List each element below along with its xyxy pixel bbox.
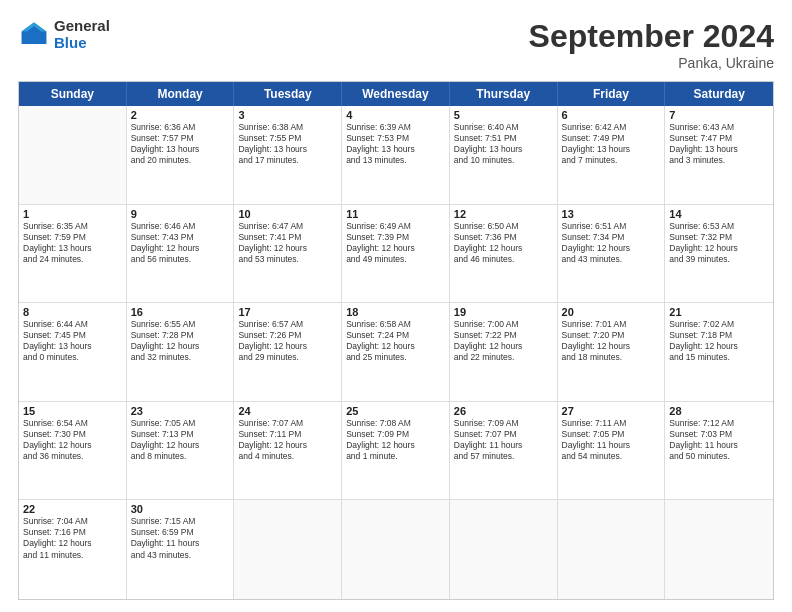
- header-sunday: Sunday: [19, 82, 127, 106]
- cell-info-line: Sunset: 7:20 PM: [562, 330, 661, 341]
- location-subtitle: Panka, Ukraine: [529, 55, 774, 71]
- cell-info-line: Sunrise: 7:15 AM: [131, 516, 230, 527]
- cell-info-line: and 50 minutes.: [669, 451, 769, 462]
- cell-info-line: Daylight: 12 hours: [454, 341, 553, 352]
- day-number: 22: [23, 503, 122, 515]
- cell-info-line: Sunrise: 6:58 AM: [346, 319, 445, 330]
- cell-info-line: Sunrise: 6:54 AM: [23, 418, 122, 429]
- day-number: 4: [346, 109, 445, 121]
- cell-info-line: Sunset: 7:13 PM: [131, 429, 230, 440]
- cell-info-line: and 15 minutes.: [669, 352, 769, 363]
- day-number: 19: [454, 306, 553, 318]
- day-number: 17: [238, 306, 337, 318]
- cell-info-line: Sunrise: 7:09 AM: [454, 418, 553, 429]
- calendar-header: Sunday Monday Tuesday Wednesday Thursday…: [19, 82, 773, 106]
- calendar-cell: 4Sunrise: 6:39 AMSunset: 7:53 PMDaylight…: [342, 106, 450, 204]
- calendar-cell: 22Sunrise: 7:04 AMSunset: 7:16 PMDayligh…: [19, 500, 127, 599]
- day-number: 30: [131, 503, 230, 515]
- cell-info-line: Sunset: 7:47 PM: [669, 133, 769, 144]
- cell-info-line: Sunrise: 6:51 AM: [562, 221, 661, 232]
- cell-info-line: Sunset: 7:24 PM: [346, 330, 445, 341]
- cell-info-line: Sunrise: 7:11 AM: [562, 418, 661, 429]
- cell-info-line: Sunrise: 6:42 AM: [562, 122, 661, 133]
- header-thursday: Thursday: [450, 82, 558, 106]
- day-number: 11: [346, 208, 445, 220]
- cell-info-line: Sunset: 7:43 PM: [131, 232, 230, 243]
- calendar-cell: 2Sunrise: 6:36 AMSunset: 7:57 PMDaylight…: [127, 106, 235, 204]
- cell-info-line: Daylight: 11 hours: [562, 440, 661, 451]
- cell-info-line: Sunrise: 7:01 AM: [562, 319, 661, 330]
- day-number: 3: [238, 109, 337, 121]
- cell-info-line: Sunset: 7:26 PM: [238, 330, 337, 341]
- day-number: 5: [454, 109, 553, 121]
- calendar-body: 2Sunrise: 6:36 AMSunset: 7:57 PMDaylight…: [19, 106, 773, 599]
- cell-info-line: Sunrise: 6:43 AM: [669, 122, 769, 133]
- cell-info-line: Sunset: 7:59 PM: [23, 232, 122, 243]
- cell-info-line: and 43 minutes.: [131, 550, 230, 561]
- cell-info-line: Daylight: 12 hours: [23, 440, 122, 451]
- calendar-cell: 21Sunrise: 7:02 AMSunset: 7:18 PMDayligh…: [665, 303, 773, 401]
- cell-info-line: Daylight: 12 hours: [238, 440, 337, 451]
- logo: General Blue: [18, 18, 110, 51]
- cell-info-line: Sunset: 6:59 PM: [131, 527, 230, 538]
- calendar-cell: 13Sunrise: 6:51 AMSunset: 7:34 PMDayligh…: [558, 205, 666, 303]
- cell-info-line: Daylight: 12 hours: [346, 341, 445, 352]
- header-wednesday: Wednesday: [342, 82, 450, 106]
- day-number: 28: [669, 405, 769, 417]
- cell-info-line: Daylight: 12 hours: [131, 243, 230, 254]
- cell-info-line: and 36 minutes.: [23, 451, 122, 462]
- cell-info-line: and 11 minutes.: [23, 550, 122, 561]
- cell-info-line: Sunrise: 6:57 AM: [238, 319, 337, 330]
- cell-info-line: Sunrise: 6:46 AM: [131, 221, 230, 232]
- cell-info-line: Daylight: 12 hours: [346, 440, 445, 451]
- day-number: 1: [23, 208, 122, 220]
- cell-info-line: Sunrise: 7:00 AM: [454, 319, 553, 330]
- cell-info-line: Sunset: 7:49 PM: [562, 133, 661, 144]
- cell-info-line: Sunset: 7:51 PM: [454, 133, 553, 144]
- calendar-cell: 28Sunrise: 7:12 AMSunset: 7:03 PMDayligh…: [665, 402, 773, 500]
- calendar-cell: 30Sunrise: 7:15 AMSunset: 6:59 PMDayligh…: [127, 500, 235, 599]
- cell-info-line: and 1 minute.: [346, 451, 445, 462]
- cell-info-line: Sunrise: 6:50 AM: [454, 221, 553, 232]
- cell-info-line: and 32 minutes.: [131, 352, 230, 363]
- calendar-cell: 16Sunrise: 6:55 AMSunset: 7:28 PMDayligh…: [127, 303, 235, 401]
- day-number: 27: [562, 405, 661, 417]
- cell-info-line: Daylight: 11 hours: [454, 440, 553, 451]
- day-number: 9: [131, 208, 230, 220]
- day-number: 12: [454, 208, 553, 220]
- day-number: 13: [562, 208, 661, 220]
- day-number: 21: [669, 306, 769, 318]
- cell-info-line: and 0 minutes.: [23, 352, 122, 363]
- cell-info-line: Sunrise: 7:05 AM: [131, 418, 230, 429]
- calendar-cell: 26Sunrise: 7:09 AMSunset: 7:07 PMDayligh…: [450, 402, 558, 500]
- cell-info-line: Daylight: 12 hours: [238, 243, 337, 254]
- title-block: September 2024 Panka, Ukraine: [529, 18, 774, 71]
- calendar-page: General Blue September 2024 Panka, Ukrai…: [0, 0, 792, 612]
- calendar-cell: 3Sunrise: 6:38 AMSunset: 7:55 PMDaylight…: [234, 106, 342, 204]
- cell-info-line: Daylight: 12 hours: [562, 243, 661, 254]
- cell-info-line: and 49 minutes.: [346, 254, 445, 265]
- day-number: 24: [238, 405, 337, 417]
- cell-info-line: Sunrise: 6:55 AM: [131, 319, 230, 330]
- cell-info-line: Sunrise: 6:36 AM: [131, 122, 230, 133]
- calendar-row-1: 2Sunrise: 6:36 AMSunset: 7:57 PMDaylight…: [19, 106, 773, 205]
- cell-info-line: Sunset: 7:45 PM: [23, 330, 122, 341]
- cell-info-line: Sunset: 7:07 PM: [454, 429, 553, 440]
- cell-info-line: Sunrise: 7:08 AM: [346, 418, 445, 429]
- cell-info-line: and 10 minutes.: [454, 155, 553, 166]
- cell-info-line: and 25 minutes.: [346, 352, 445, 363]
- calendar-cell: 18Sunrise: 6:58 AMSunset: 7:24 PMDayligh…: [342, 303, 450, 401]
- cell-info-line: Sunset: 7:57 PM: [131, 133, 230, 144]
- cell-info-line: and 39 minutes.: [669, 254, 769, 265]
- calendar-cell: 17Sunrise: 6:57 AMSunset: 7:26 PMDayligh…: [234, 303, 342, 401]
- day-number: 10: [238, 208, 337, 220]
- calendar-cell: 9Sunrise: 6:46 AMSunset: 7:43 PMDaylight…: [127, 205, 235, 303]
- cell-info-line: Sunrise: 6:49 AM: [346, 221, 445, 232]
- cell-info-line: Sunrise: 6:44 AM: [23, 319, 122, 330]
- cell-info-line: Sunrise: 6:39 AM: [346, 122, 445, 133]
- calendar-cell: [342, 500, 450, 599]
- day-number: 23: [131, 405, 230, 417]
- cell-info-line: Sunrise: 6:35 AM: [23, 221, 122, 232]
- cell-info-line: Sunset: 7:30 PM: [23, 429, 122, 440]
- calendar-cell: 10Sunrise: 6:47 AMSunset: 7:41 PMDayligh…: [234, 205, 342, 303]
